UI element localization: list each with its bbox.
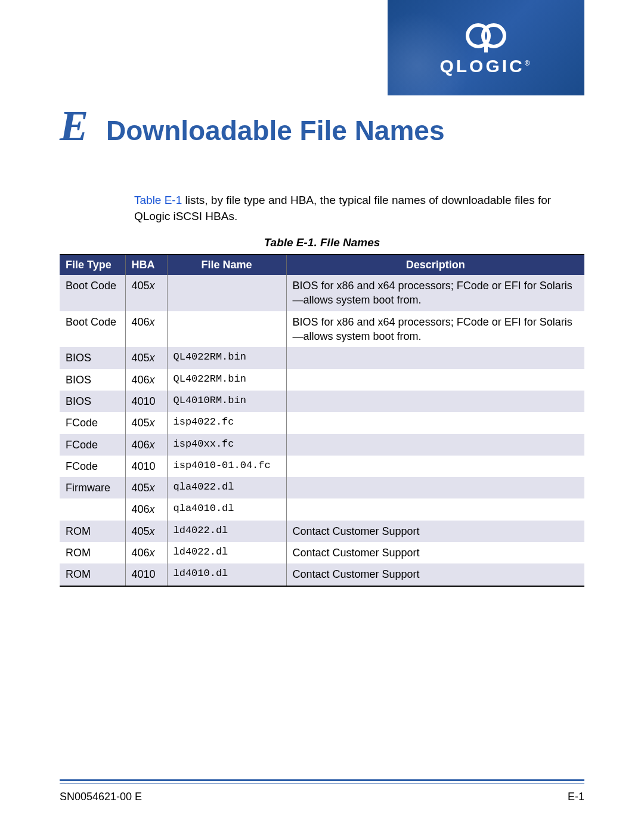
cell-description <box>286 477 584 498</box>
cell-filename: qla4010.dl <box>167 498 286 520</box>
intro-text: lists, by file type and HBA, the typical… <box>134 194 551 222</box>
cell-hba: 406x <box>125 369 167 391</box>
brand-logo-block: QLOGIC® <box>388 0 584 95</box>
table-row: BIOS4010QL4010RM.bin <box>60 391 584 412</box>
header-filetype: File Type <box>60 255 125 275</box>
cell-description <box>286 456 584 477</box>
cell-filename: ld4022.dl <box>167 521 286 542</box>
table-row: 406xqla4010.dl <box>60 498 584 520</box>
cell-hba: 405x <box>125 412 167 433</box>
cell-filetype <box>60 498 125 520</box>
registered-mark: ® <box>525 59 532 67</box>
footer-page-number: E-1 <box>568 791 584 803</box>
intro-paragraph: Table E-1 lists, by file type and HBA, t… <box>134 193 584 224</box>
cell-filetype: BIOS <box>60 347 125 368</box>
cell-hba: 406x <box>125 434 167 456</box>
table-row: FCode406xisp40xx.fc <box>60 434 584 456</box>
cell-hba: 406x <box>125 311 167 348</box>
table-row: Firmware405xqla4022.dl <box>60 477 584 498</box>
page-title: Downloadable File Names <box>106 114 444 147</box>
cell-filename: isp40xx.fc <box>167 434 286 456</box>
qlogic-mark-icon <box>465 20 507 52</box>
cell-hba: 4010 <box>125 563 167 586</box>
cell-hba: 4010 <box>125 391 167 412</box>
cell-hba: 405x <box>125 347 167 368</box>
cell-hba: 406x <box>125 498 167 520</box>
table-row: FCode4010isp4010-01.04.fc <box>60 456 584 477</box>
cell-filename: ld4022.dl <box>167 542 286 563</box>
cell-filetype: Boot Code <box>60 311 125 348</box>
cell-filename: QL4022RM.bin <box>167 347 286 368</box>
table-row: ROM4010ld4010.dlContact Customer Support <box>60 563 584 586</box>
footer-doc-number: SN0054621-00 E <box>60 791 142 803</box>
cell-description <box>286 498 584 520</box>
cell-filename: QL4010RM.bin <box>167 391 286 412</box>
cell-filename: isp4022.fc <box>167 412 286 433</box>
cell-description: Contact Customer Support <box>286 542 584 563</box>
cell-filetype: ROM <box>60 542 125 563</box>
cell-filetype: FCode <box>60 412 125 433</box>
cell-description <box>286 347 584 368</box>
cell-filetype: Firmware <box>60 477 125 498</box>
cell-filetype: BIOS <box>60 369 125 391</box>
table-row: BIOS405xQL4022RM.bin <box>60 347 584 368</box>
footer: SN0054621-00 E E-1 <box>60 791 584 803</box>
table-row: BIOS406xQL4022RM.bin <box>60 369 584 391</box>
table-header-row: File Type HBA File Name Description <box>60 255 584 275</box>
cell-filename <box>167 275 286 311</box>
footer-rule <box>60 779 584 784</box>
cell-hba: 406x <box>125 542 167 563</box>
brand-name-text: QLOGIC <box>439 56 524 76</box>
table-row: FCode405xisp4022.fc <box>60 412 584 433</box>
header-hba: HBA <box>125 255 167 275</box>
cell-filetype: BIOS <box>60 391 125 412</box>
cell-description <box>286 391 584 412</box>
cell-filename: qla4022.dl <box>167 477 286 498</box>
table-caption: Table E-1. File Names <box>60 236 584 249</box>
cell-description: BIOS for x86 and x64 processors; FCode o… <box>286 311 584 348</box>
cell-filetype: ROM <box>60 521 125 542</box>
cell-hba: 405x <box>125 521 167 542</box>
cell-description: BIOS for x86 and x64 processors; FCode o… <box>286 275 584 311</box>
cell-filetype: FCode <box>60 456 125 477</box>
cell-filename: ld4010.dl <box>167 563 286 586</box>
cell-filetype: Boot Code <box>60 275 125 311</box>
cell-filename <box>167 311 286 348</box>
table-row: ROM406xld4022.dlContact Customer Support <box>60 542 584 563</box>
header-filename: File Name <box>167 255 286 275</box>
cell-filename: QL4022RM.bin <box>167 369 286 391</box>
table-row: Boot Code406xBIOS for x86 and x64 proces… <box>60 311 584 348</box>
header-description: Description <box>286 255 584 275</box>
brand-name: QLOGIC® <box>439 56 532 76</box>
table-reference-link[interactable]: Table E-1 <box>134 194 182 206</box>
svg-point-1 <box>483 25 504 47</box>
cell-description <box>286 369 584 391</box>
cell-description: Contact Customer Support <box>286 521 584 542</box>
cell-filetype: FCode <box>60 434 125 456</box>
appendix-letter: E <box>60 101 88 151</box>
cell-description <box>286 412 584 433</box>
cell-hba: 4010 <box>125 456 167 477</box>
table-row: Boot Code405xBIOS for x86 and x64 proces… <box>60 275 584 311</box>
cell-filename: isp4010-01.04.fc <box>167 456 286 477</box>
file-names-table: File Type HBA File Name Description Boot… <box>60 254 584 586</box>
cell-filetype: ROM <box>60 563 125 586</box>
cell-hba: 405x <box>125 477 167 498</box>
cell-hba: 405x <box>125 275 167 311</box>
cell-description <box>286 434 584 456</box>
cell-description: Contact Customer Support <box>286 563 584 586</box>
table-row: ROM405xld4022.dlContact Customer Support <box>60 521 584 542</box>
